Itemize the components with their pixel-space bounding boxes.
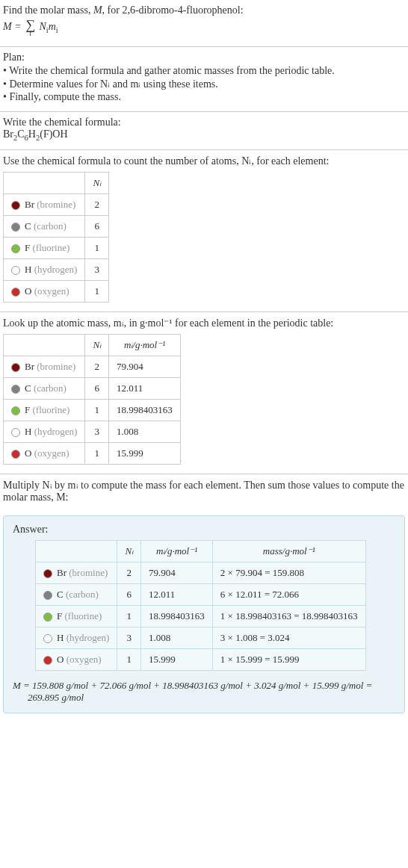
empty-header [4,172,85,193]
element-swatch-icon [11,450,20,459]
plan-section: Plan: • Write the chemical formula and g… [0,47,408,112]
element-swatch-icon [11,266,20,275]
table-row: C (carbon) 6 12.011 [4,377,181,399]
answer-box: Answer: Nᵢ mᵢ/g·mol⁻¹ mass/g·mol⁻¹ Br (b… [3,515,405,713]
plan-item: • Write the chemical formula and gather … [3,65,405,77]
empty-header [36,540,117,562]
table-row: H (hydrogen) 3 [4,258,109,280]
multiply-section: Multiply Nᵢ by mᵢ to compute the mass fo… [0,474,408,511]
count-section: Use the chemical formula to count the nu… [0,150,408,312]
table-row: H (hydrogen) 3 1.008 [4,421,181,442]
multiply-title: Multiply Nᵢ by mᵢ to compute the mass fo… [3,479,405,503]
chemical-formula-title: Write the chemical formula: [3,117,405,128]
answer-label: Answer: [13,524,395,536]
count-title: Use the chemical formula to count the nu… [3,155,405,167]
element-swatch-icon [43,569,52,578]
table-row: F (fluorine) 1 18.998403163 1 × 18.99840… [36,605,366,627]
table-row: O (oxygen) 1 [4,280,109,302]
element-swatch-icon [43,656,52,665]
ni-header: Nᵢ [117,540,141,562]
table-row: F (fluorine) 1 18.998403163 [4,399,181,421]
plan-title: Plan: [3,52,405,63]
mass-header: mass/g·mol⁻¹ [212,540,365,562]
table-header-row: Nᵢ mᵢ/g·mol⁻¹ mass/g·mol⁻¹ [36,540,366,562]
element-swatch-icon [11,223,20,232]
table-header-row: Nᵢ mᵢ/g·mol⁻¹ [4,334,181,356]
plan-list: • Write the chemical formula and gather … [3,65,405,103]
element-swatch-icon [11,363,20,372]
element-swatch-icon [11,428,20,437]
final-calculation: M = 159.808 g/mol + 72.066 g/mol + 18.99… [13,680,395,704]
intro-section: Find the molar mass, M, for 2,6-dibromo-… [0,0,408,47]
element-swatch-icon [43,613,52,621]
element-swatch-icon [11,406,20,415]
sigma-icon: ∑i [25,18,35,37]
table-row: O (oxygen) 1 15.999 [4,442,181,464]
element-swatch-icon [11,288,20,297]
mass-section: Look up the atomic mass, mᵢ, in g·mol⁻¹ … [0,312,408,474]
element-swatch-icon [11,201,20,210]
mass-title: Look up the atomic mass, mᵢ, in g·mol⁻¹ … [3,317,405,329]
plan-item: • Finally, compute the mass. [3,91,405,103]
table-row: F (fluorine) 1 [4,237,109,258]
table-row: Br (bromine) 2 [4,193,109,215]
table-row: Br (bromine) 2 79.904 [4,356,181,377]
count-table: Nᵢ Br (bromine) 2 C (carbon) 6 F (fluori… [3,172,109,303]
ni-header: Nᵢ [85,172,109,193]
element-swatch-icon [11,385,20,394]
table-row: Br (bromine) 2 79.904 2 × 79.904 = 159.8… [36,562,366,583]
table-row: C (carbon) 6 [4,215,109,237]
element-swatch-icon [11,244,20,253]
empty-header [4,334,85,356]
chemical-formula: Br2C6H2(F)OH [3,128,405,142]
molar-mass-formula: M = ∑i Nimi [3,18,405,37]
mi-header: mᵢ/g·mol⁻¹ [109,334,181,356]
table-row: O (oxygen) 1 15.999 1 × 15.999 = 15.999 [36,648,366,670]
ni-header: Nᵢ [85,334,109,356]
table-header-row: Nᵢ [4,172,109,193]
mass-table: Nᵢ mᵢ/g·mol⁻¹ Br (bromine) 2 79.904 C (c… [3,334,181,465]
answer-table: Nᵢ mᵢ/g·mol⁻¹ mass/g·mol⁻¹ Br (bromine) … [35,540,366,671]
element-swatch-icon [43,591,52,600]
mi-header: mᵢ/g·mol⁻¹ [141,540,213,562]
table-row: C (carbon) 6 12.011 6 × 12.011 = 72.066 [36,583,366,605]
element-swatch-icon [43,634,52,643]
chemical-formula-section: Write the chemical formula: Br2C6H2(F)OH [0,112,408,150]
table-row: H (hydrogen) 3 1.008 3 × 1.008 = 3.024 [36,627,366,648]
plan-item: • Determine values for Nᵢ and mᵢ using t… [3,78,405,90]
intro-text: Find the molar mass, M, for 2,6-dibromo-… [3,4,405,16]
